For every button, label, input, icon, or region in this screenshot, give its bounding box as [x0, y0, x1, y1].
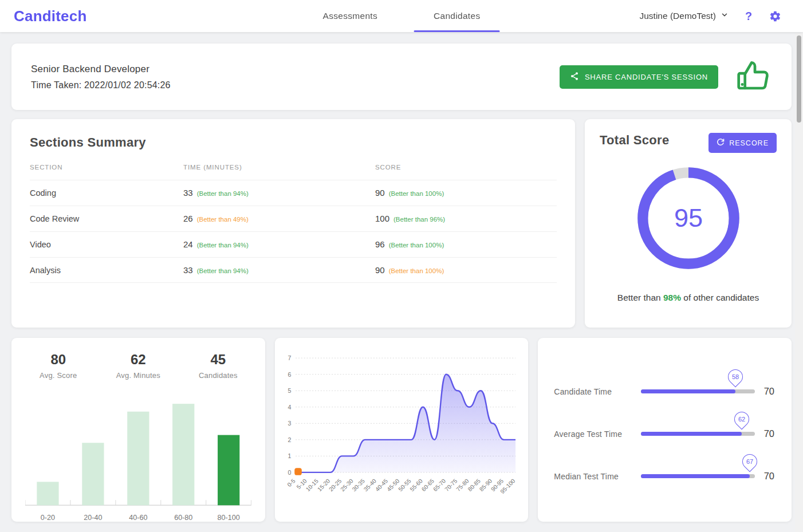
- svg-text:40-45: 40-45: [374, 478, 389, 492]
- svg-text:7: 7: [288, 354, 291, 361]
- svg-text:6: 6: [288, 371, 291, 378]
- table-body: Coding33(Better than 94%)90(Better than …: [30, 180, 557, 283]
- svg-text:65-70: 65-70: [432, 478, 447, 492]
- share-session-button[interactable]: SHARE CANDIDATE'S SESSION: [560, 65, 718, 89]
- share-icon: [570, 72, 579, 82]
- svg-text:0-20: 0-20: [41, 514, 55, 522]
- score-distribution-card: 80Avg. Score62Avg. Minutes45Candidates 0…: [11, 338, 265, 522]
- svg-text:3: 3: [288, 420, 291, 427]
- time-percentile: (Better than 94%): [197, 190, 249, 197]
- user-menu-label: Justine (DemoTest): [639, 11, 716, 21]
- svg-text:20-25: 20-25: [328, 478, 343, 492]
- candidate-bucket-marker: [294, 468, 302, 475]
- svg-text:85-90: 85-90: [478, 478, 493, 492]
- total-score-donut: 95: [633, 163, 743, 275]
- tab-candidates[interactable]: Candidates: [414, 0, 499, 32]
- rescore-button[interactable]: RESCORE: [708, 133, 777, 153]
- time-cell: 33(Better than 94%): [183, 265, 375, 275]
- chevron-down-icon: [721, 11, 729, 21]
- sections-summary-table: SECTIONTIME (MINUTES)SCORE Coding33(Bett…: [30, 164, 557, 283]
- nav-right: Justine (DemoTest) ?: [639, 10, 789, 22]
- score-cell: 90(Better than 100%): [375, 188, 557, 198]
- gear-icon[interactable]: [769, 10, 781, 22]
- stat-avg-score: 80Avg. Score: [18, 352, 99, 380]
- svg-text:60-65: 60-65: [420, 478, 435, 492]
- svg-text:75-80: 75-80: [455, 478, 470, 492]
- time-taken: Time Taken: 2022/01/02 20:54:26: [31, 80, 171, 90]
- score-percentile: (Better than 100%): [389, 242, 444, 249]
- assessment-title: Senior Backend Developer: [31, 64, 171, 75]
- section-name: Code Review: [30, 214, 183, 223]
- section-name: Video: [30, 240, 183, 249]
- bar-20-40: [82, 443, 104, 505]
- nav-tabs: AssessmentsCandidates: [304, 0, 500, 32]
- svg-text:80-100: 80-100: [218, 514, 240, 522]
- slider-fill: [641, 474, 750, 478]
- svg-text:40-60: 40-60: [129, 514, 147, 522]
- slider-fill: [641, 389, 735, 393]
- column-header-1: TIME (MINUTES): [183, 164, 375, 171]
- total-score-card: Total Score RESCORE 95 Better than 98% o…: [585, 119, 792, 328]
- table-header: SECTIONTIME (MINUTES)SCORE: [30, 164, 557, 180]
- slider-value-pin: 67: [739, 451, 761, 472]
- svg-text:35-40: 35-40: [363, 478, 377, 492]
- slider-value-pin: 62: [731, 409, 753, 430]
- svg-text:60-80: 60-80: [174, 514, 192, 522]
- svg-text:55-60: 55-60: [408, 478, 423, 492]
- score-cell: 90(Better than 100%): [375, 265, 557, 275]
- percentile-caption: Better than 98% of other candidates: [600, 293, 777, 303]
- time-percentile: (Better than 94%): [197, 242, 249, 249]
- tab-assessments[interactable]: Assessments: [304, 0, 397, 32]
- svg-text:2: 2: [288, 436, 291, 443]
- total-score-title: Total Score: [600, 133, 669, 148]
- bar-60-80: [172, 404, 194, 505]
- time-cell: 24(Better than 94%): [183, 239, 375, 250]
- time-percentile: (Better than 49%): [197, 216, 249, 223]
- slider-average-test-time: Average Test Time6270: [554, 428, 774, 439]
- svg-text:10-15: 10-15: [305, 478, 320, 492]
- svg-text:45-50: 45-50: [385, 478, 400, 492]
- candidate-info: Senior Backend Developer Time Taken: 202…: [31, 64, 171, 90]
- score-percentile: (Better than 96%): [393, 216, 445, 223]
- section-name: Coding: [30, 188, 183, 198]
- section-name: Analysis: [30, 266, 183, 275]
- slider-label: Average Test Time: [554, 429, 635, 439]
- time-comparison-card: Candidate Time5870Average Test Time6270M…: [538, 338, 792, 522]
- svg-text:80-85: 80-85: [466, 478, 481, 492]
- bar-80-100: [218, 435, 239, 506]
- slider-fill: [641, 432, 742, 436]
- page-scrollbar: [795, 33, 803, 532]
- svg-text:30-35: 30-35: [351, 478, 365, 492]
- svg-text:50-55: 50-55: [397, 478, 412, 492]
- time-cell: 26(Better than 49%): [183, 214, 375, 224]
- time-percentile: (Better than 94%): [197, 267, 249, 274]
- svg-text:25-30: 25-30: [339, 478, 354, 492]
- table-row: Analysis33(Better than 94%)90(Better tha…: [30, 257, 557, 283]
- bar-0-20: [37, 482, 58, 505]
- stats-row: 80Avg. Score62Avg. Minutes45Candidates: [18, 352, 258, 380]
- time-sliders: Candidate Time5870Average Test Time6270M…: [554, 386, 774, 482]
- bar-40-60: [127, 412, 149, 506]
- time-cell: 33(Better than 94%): [183, 188, 375, 198]
- slider-max-value: 70: [764, 471, 774, 482]
- help-icon[interactable]: ?: [742, 10, 755, 22]
- scrollbar-thumb[interactable]: [797, 36, 801, 123]
- canditech-logo[interactable]: Canditech: [14, 7, 86, 25]
- column-header-2: SCORE: [375, 164, 557, 171]
- svg-text:70-75: 70-75: [443, 478, 458, 492]
- sections-summary-card: Sections Summary SECTIONTIME (MINUTES)SC…: [11, 119, 575, 328]
- svg-text:15-20: 15-20: [316, 478, 331, 492]
- percentile-value: 98%: [663, 293, 681, 302]
- svg-text:0: 0: [288, 469, 291, 476]
- slider-median-test-time: Median Test Time6770: [554, 471, 774, 482]
- sections-summary-title: Sections Summary: [30, 135, 557, 150]
- slider-label: Candidate Time: [554, 387, 635, 396]
- slider-max-value: 70: [764, 386, 774, 397]
- stat-candidates: 45Candidates: [178, 352, 258, 380]
- user-menu[interactable]: Justine (DemoTest): [639, 11, 729, 21]
- top-nav: Canditech AssessmentsCandidates Justine …: [0, 0, 803, 32]
- svg-text:4: 4: [288, 404, 291, 411]
- score-cell: 96(Better than 100%): [375, 239, 557, 250]
- score-percentile: (Better than 100%): [389, 267, 444, 274]
- score-percentile: (Better than 100%): [389, 190, 444, 197]
